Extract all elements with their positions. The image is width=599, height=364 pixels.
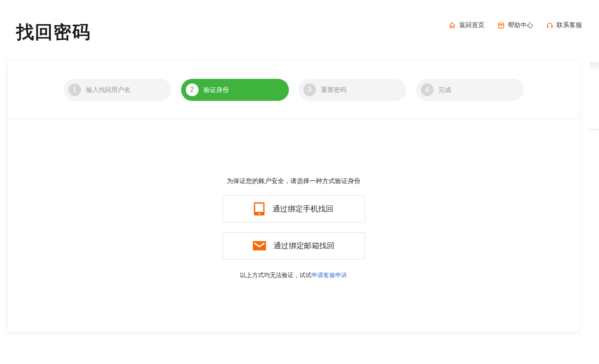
help-center-label: 帮助中心 (508, 21, 533, 29)
verify-content: 为保证您的账户安全，请选择一种方式验证身份 通过绑定手机找回 通过绑定邮箱找回 (8, 120, 579, 279)
step-1-enter-username: 1 输入找回用户名 (64, 79, 171, 101)
customer-service-appeal-link[interactable]: 申请客服申诉 (311, 272, 347, 278)
top-links: 返回首页 帮助中心 联系客服 (448, 21, 582, 29)
step-2-number: 2 (186, 83, 199, 96)
verify-by-email-button[interactable]: 通过绑定邮箱找回 (223, 232, 365, 259)
page-title: 找回密码 (16, 20, 91, 44)
step-2-verify-identity: 2 验证身份 (181, 79, 289, 101)
help-center-link[interactable]: 帮助中心 (497, 21, 533, 29)
edge-fragment-line (590, 129, 599, 130)
headset-icon (546, 22, 554, 29)
step-1-number: 1 (68, 83, 81, 96)
edge-fragment-top (590, 62, 599, 70)
password-recovery-card: 1 输入找回用户名 2 验证身份 3 重置密码 4 完成 为保证您的账户安全，请… (8, 60, 579, 332)
step-3-number: 3 (303, 83, 316, 96)
page-header: 找回密码 返回首页 帮助中心 (0, 0, 599, 60)
help-center-icon (497, 22, 505, 29)
step-4-label: 完成 (439, 86, 451, 94)
mail-icon (253, 241, 266, 250)
back-home-label: 返回首页 (459, 21, 484, 29)
stepper: 1 输入找回用户名 2 验证身份 3 重置密码 4 完成 (8, 60, 579, 120)
fallback-text: 以上方式均无法验证，试试 (240, 272, 311, 278)
step-1-label: 输入找回用户名 (86, 86, 131, 94)
step-4-number: 4 (421, 83, 434, 96)
step-2-label: 验证身份 (204, 86, 229, 94)
verify-by-phone-button[interactable]: 通过绑定手机找回 (223, 195, 365, 222)
step-3-reset-password: 3 重置密码 (299, 79, 406, 101)
phone-icon (254, 202, 265, 216)
fallback-row: 以上方式均无法验证，试试申请客服申诉 (240, 272, 347, 279)
verify-by-email-label: 通过绑定邮箱找回 (274, 241, 335, 251)
contact-service-link[interactable]: 联系客服 (546, 21, 582, 29)
step-3-label: 重置密码 (321, 86, 347, 94)
instruction-text: 为保证您的账户安全，请选择一种方式验证身份 (227, 177, 361, 185)
step-4-complete: 4 完成 (416, 79, 524, 101)
verify-by-phone-label: 通过绑定手机找回 (272, 204, 333, 214)
home-icon (448, 22, 456, 29)
contact-service-label: 联系客服 (557, 21, 582, 29)
back-home-link[interactable]: 返回首页 (448, 21, 484, 29)
